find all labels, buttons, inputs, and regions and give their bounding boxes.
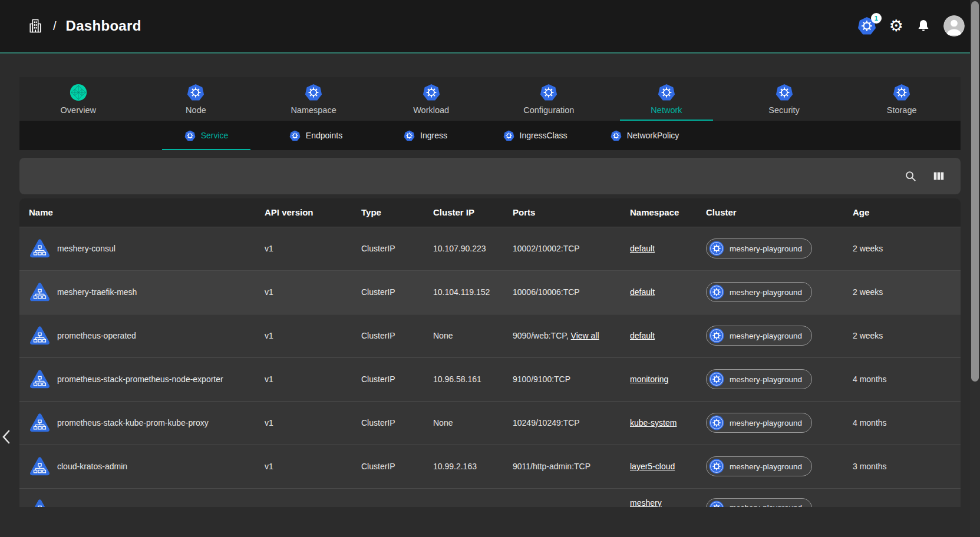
cluster-chip[interactable]: meshery-playground: [706, 456, 812, 476]
column-header-api-version[interactable]: API version: [265, 198, 361, 227]
service-icon: [29, 498, 51, 508]
cell-type: [361, 488, 433, 507]
namespace-link[interactable]: monitoring: [630, 374, 668, 384]
cell-name: prometheus-operated: [19, 314, 265, 357]
cell-age: 4 months: [853, 357, 961, 401]
cell-api-version: v1: [265, 401, 361, 445]
settings-gear-icon[interactable]: ⚙: [889, 18, 903, 34]
tab-workload[interactable]: Workload: [372, 77, 490, 121]
notifications-bell-icon[interactable]: [916, 19, 930, 33]
service-icon: [29, 412, 51, 434]
namespace-link[interactable]: meshery: [630, 498, 662, 508]
tab-security[interactable]: Security: [725, 77, 843, 121]
table-row[interactable]: prometheus-stack-kube-prom-kube-proxy v1…: [19, 401, 961, 445]
namespace-link[interactable]: kube-system: [630, 418, 677, 427]
cell-type: ClusterIP: [361, 445, 433, 488]
cell-api-version: v1: [265, 227, 361, 270]
service-name: cloud-kratos-admin: [57, 462, 127, 471]
service-name: meshery-traefik-mesh: [57, 287, 137, 297]
service-name: prometheus-stack-prometheus-node-exporte…: [57, 374, 223, 384]
view-columns-icon[interactable]: [932, 170, 945, 183]
cluster-chip[interactable]: meshery-playground: [706, 369, 812, 389]
cluster-name: meshery-playground: [730, 332, 802, 340]
cell-ports: 10002/10002:TCP: [513, 227, 630, 270]
cluster-name: meshery-playground: [730, 244, 802, 253]
cell-cluster-ip: None: [433, 401, 513, 445]
cell-cluster: meshery-playground: [706, 270, 853, 314]
header-actions: 1 ⚙: [857, 15, 965, 37]
column-header-namespace[interactable]: Namespace: [630, 198, 706, 227]
subtab-networkpolicy[interactable]: NetworkPolicy: [590, 121, 699, 150]
cell-name: [19, 488, 265, 507]
cluster-chip[interactable]: meshery-playground: [706, 498, 812, 508]
cell-cluster: meshery-playground: [706, 357, 853, 401]
column-header-name[interactable]: Name: [19, 198, 265, 227]
table-row[interactable]: cloud-kratos-admin v1 ClusterIP 10.99.2.…: [19, 445, 961, 488]
service-icon: [29, 369, 51, 390]
breadcrumb-separator: /: [53, 19, 57, 33]
cell-ports: 10006/10006:TCP: [513, 270, 630, 314]
table-row[interactable]: meshery-consul v1 ClusterIP 10.107.90.22…: [19, 227, 961, 270]
scrollbar-thumb[interactable]: [971, 1, 979, 382]
cluster-chip[interactable]: meshery-playground: [706, 238, 812, 258]
services-table: NameAPI versionTypeCluster IPPortsNamesp…: [19, 198, 961, 507]
tab-overview[interactable]: Overview: [19, 77, 137, 121]
cluster-chip[interactable]: meshery-playground: [706, 413, 812, 433]
table-row[interactable]: meshery: [19, 488, 961, 507]
kubernetes-icon: [709, 500, 724, 508]
namespace-link[interactable]: default: [630, 244, 655, 253]
kubernetes-icon: [540, 84, 557, 101]
subtab-ingressclass[interactable]: IngressClass: [480, 121, 590, 150]
column-header-cluster[interactable]: Cluster: [706, 198, 853, 227]
network-subtabs: Service Endpoints: [19, 121, 961, 150]
subtab-ingress[interactable]: Ingress: [371, 121, 480, 150]
cluster-chip[interactable]: meshery-playground: [706, 282, 812, 302]
cell-name: meshery-consul: [19, 227, 265, 270]
tab-configuration[interactable]: Configuration: [490, 77, 608, 121]
kubernetes-icon: [289, 130, 301, 141]
service-icon: [29, 456, 51, 478]
breadcrumb: / Dashboard: [27, 18, 857, 34]
cell-ports: 9100/9100:TCP: [513, 357, 630, 401]
cell-api-version: v1: [265, 357, 361, 401]
cell-api-version: v1: [265, 270, 361, 314]
namespace-link[interactable]: default: [630, 331, 655, 340]
table-row[interactable]: prometheus-operated v1 ClusterIP None 90…: [19, 314, 961, 357]
cell-name: meshery-traefik-mesh: [19, 270, 265, 314]
building-icon[interactable]: [27, 18, 44, 34]
cell-ports: [513, 488, 630, 507]
user-avatar[interactable]: [943, 15, 965, 37]
column-header-cluster-ip[interactable]: Cluster IP: [433, 198, 513, 227]
tab-network[interactable]: Network: [608, 77, 725, 121]
column-header-ports[interactable]: Ports: [513, 198, 630, 227]
cell-api-version: v1: [265, 445, 361, 488]
namespace-link[interactable]: default: [630, 287, 655, 297]
search-icon[interactable]: [904, 170, 917, 183]
cell-cluster: meshery-playground: [706, 227, 853, 270]
kubernetes-icon: [709, 459, 724, 474]
cluster-name: meshery-playground: [730, 503, 802, 507]
cluster-chip[interactable]: meshery-playground: [706, 326, 812, 346]
namespace-link[interactable]: layer5-cloud: [630, 462, 675, 471]
cell-type: ClusterIP: [361, 314, 433, 357]
cell-namespace: default: [630, 227, 706, 270]
collapse-chevron-left-icon[interactable]: [1, 429, 12, 445]
page-scrollbar: [970, 0, 980, 537]
cell-namespace: layer5-cloud: [630, 445, 706, 488]
column-header-age[interactable]: Age: [853, 198, 961, 227]
cell-type: ClusterIP: [361, 227, 433, 270]
tab-namespace[interactable]: Namespace: [255, 77, 372, 121]
kubernetes-icon: [709, 328, 724, 343]
cell-ports: 10249/10249:TCP: [513, 401, 630, 445]
table-row[interactable]: prometheus-stack-prometheus-node-exporte…: [19, 357, 961, 401]
subtab-endpoints[interactable]: Endpoints: [261, 121, 371, 150]
tab-node[interactable]: Node: [137, 77, 255, 121]
view-all-link[interactable]: View all: [571, 331, 599, 340]
kubernetes-context-icon[interactable]: 1: [857, 16, 876, 35]
column-header-type[interactable]: Type: [361, 198, 433, 227]
table-row[interactable]: meshery-traefik-mesh v1 ClusterIP 10.104…: [19, 270, 961, 314]
service-name: prometheus-operated: [57, 331, 136, 340]
tab-storage[interactable]: Storage: [843, 77, 961, 121]
cell-namespace: kube-system: [630, 401, 706, 445]
subtab-service[interactable]: Service: [151, 121, 261, 150]
